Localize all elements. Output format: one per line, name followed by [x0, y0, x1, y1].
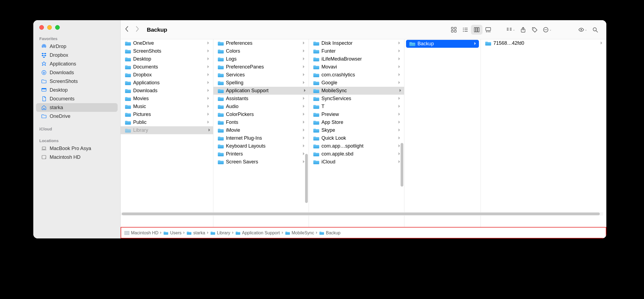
share-button[interactable] [517, 25, 529, 35]
sidebar: FavoritesAirDropDropboxApplicationsDownl… [33, 20, 121, 238]
scrollbar[interactable] [305, 154, 308, 203]
file-row[interactable]: ScreenShots [122, 47, 212, 55]
tags-button[interactable] [529, 25, 540, 35]
chevron-right-icon [303, 97, 305, 101]
chevron-right-icon [304, 89, 306, 93]
actions-menu[interactable]: ⌄ [540, 25, 554, 35]
chevron-right-icon [303, 81, 305, 85]
breadcrumb-item[interactable]: starka [187, 231, 205, 235]
sidebar-item-airdrop[interactable]: AirDrop [36, 42, 118, 51]
preview-options[interactable]: ⌄ [576, 25, 589, 35]
file-row[interactable]: Music [122, 103, 212, 110]
sidebar-item-dropbox[interactable]: Dropbox [36, 51, 118, 59]
sidebar-item-screenshots[interactable]: ScreenShots [36, 77, 118, 86]
scrollbar[interactable] [401, 143, 403, 187]
sidebar-item-label: Downloads [50, 70, 74, 76]
breadcrumb-item[interactable]: Backup [319, 231, 340, 235]
column-1: PreferencesColorsLogsPreferencePanesServ… [213, 39, 309, 227]
file-row[interactable]: Movavi [310, 63, 403, 71]
file-row[interactable]: iLifeMediaBrowser [310, 55, 403, 63]
file-row[interactable]: App Store [310, 118, 403, 126]
file-row[interactable]: Documents [122, 63, 212, 71]
file-row[interactable]: Printers [214, 150, 308, 158]
file-row[interactable]: Colors [214, 47, 308, 55]
file-row[interactable]: Screen Savers [214, 158, 308, 166]
breadcrumb-item[interactable]: MobileSync [285, 231, 314, 235]
file-row[interactable]: Desktop [122, 55, 212, 63]
folder-icon [313, 112, 319, 117]
file-row[interactable]: Disk Inspector [310, 39, 403, 47]
sidebar-item-documents[interactable]: Documents [36, 94, 118, 103]
file-row[interactable]: Audio [214, 103, 308, 110]
sidebar-item-desktop[interactable]: Desktop [36, 86, 118, 94]
file-row[interactable]: iCloud [310, 158, 403, 166]
file-row[interactable]: com.apple.sbd [310, 150, 403, 158]
folder-icon [218, 104, 224, 109]
sidebar-item-applications[interactable]: Applications [36, 59, 118, 68]
file-row[interactable]: Applications [122, 79, 212, 87]
file-row[interactable]: Services [214, 71, 308, 79]
file-row[interactable]: SyncServices [310, 95, 403, 103]
horizontal-scrollbar[interactable] [121, 212, 603, 216]
breadcrumb-item[interactable]: Users [163, 231, 181, 235]
file-row[interactable]: Funter [310, 47, 403, 55]
file-row[interactable]: Google [310, 79, 403, 87]
file-row[interactable]: Public [122, 118, 212, 126]
file-row[interactable]: Application Support [213, 87, 309, 95]
zoom-window[interactable] [55, 25, 60, 30]
file-row[interactable]: Fonts [214, 118, 308, 126]
minimize-window[interactable] [47, 25, 52, 30]
file-row[interactable]: com.crashlytics [310, 71, 403, 79]
sidebar-item-onedrive[interactable]: OneDrive [36, 112, 118, 121]
file-row[interactable]: com.app…spotlight [310, 142, 403, 150]
file-row[interactable]: Skype [310, 126, 403, 134]
file-row[interactable]: Downloads [122, 87, 212, 95]
sidebar-item-starka[interactable]: starka [36, 103, 118, 112]
column-4: 71568…42fd0 [481, 39, 606, 227]
sidebar-item-downloads[interactable]: Downloads [36, 68, 118, 77]
file-row[interactable]: Internet Plug-Ins [214, 134, 308, 142]
file-row[interactable]: ColorPickers [214, 110, 308, 118]
view-list[interactable] [460, 25, 471, 35]
doc-icon [41, 96, 47, 102]
file-row[interactable]: MobileSync [309, 87, 404, 95]
close-window[interactable] [39, 25, 44, 30]
file-row[interactable]: Preferences [214, 39, 308, 47]
folder-icon [313, 120, 319, 125]
view-columns[interactable] [471, 25, 482, 35]
file-row[interactable]: iMovie [214, 126, 308, 134]
view-gallery[interactable] [482, 25, 494, 35]
file-row[interactable]: Backup [406, 40, 479, 48]
file-row[interactable]: Quick Look [310, 134, 403, 142]
chevron-right-icon [474, 42, 476, 46]
sidebar-section-label: iCloud [33, 125, 120, 132]
group-by[interactable]: ⌄ [504, 25, 517, 35]
chevron-right-icon [282, 231, 284, 235]
file-row[interactable]: OneDrive [122, 39, 212, 47]
breadcrumb-item[interactable]: Macintosh HD [124, 231, 158, 235]
view-icons[interactable] [448, 25, 460, 35]
nav-forward[interactable] [135, 26, 139, 34]
file-row[interactable]: Library [121, 126, 213, 134]
chevron-right-icon [303, 41, 305, 45]
breadcrumb-item[interactable]: Library [210, 231, 230, 235]
file-row[interactable]: Pictures [122, 110, 212, 118]
file-row[interactable]: Spelling [214, 79, 308, 87]
file-row[interactable]: Preview [310, 110, 403, 118]
chevron-right-icon [398, 104, 400, 109]
file-label: com.crashlytics [321, 72, 396, 78]
breadcrumb-item[interactable]: Application Support [235, 231, 280, 235]
sidebar-item-macbook-pro-asya[interactable]: MacBook Pro Asya [36, 144, 118, 153]
file-row[interactable]: Movies [122, 95, 212, 103]
file-row[interactable]: T [310, 103, 403, 110]
nav-back[interactable] [125, 26, 129, 34]
folder-icon [210, 231, 215, 235]
sidebar-item-macintosh-hd[interactable]: Macintosh HD [36, 153, 118, 162]
file-row[interactable]: Dropbox [122, 71, 212, 79]
file-row[interactable]: PreferencePanes [214, 63, 308, 71]
search-button[interactable] [589, 25, 601, 35]
file-row[interactable]: 71568…42fd0 [482, 39, 605, 47]
file-row[interactable]: Logs [214, 55, 308, 63]
file-row[interactable]: Assistants [214, 95, 308, 103]
file-row[interactable]: Keyboard Layouts [214, 142, 308, 150]
